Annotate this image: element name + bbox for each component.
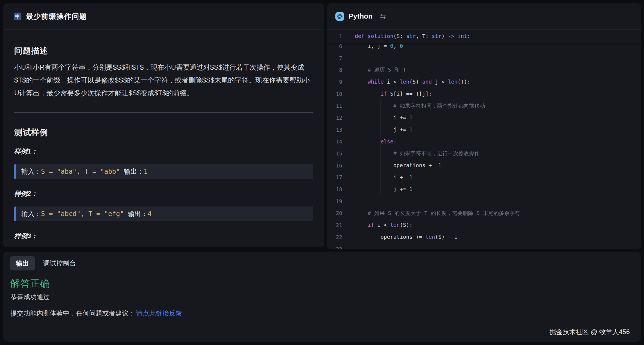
line-number: 19 bbox=[327, 198, 342, 204]
input-code: S = "abcd", T = "efg" bbox=[41, 210, 124, 218]
example-2-label: 样例2： bbox=[14, 189, 313, 198]
code-line[interactable]: 9 while i < len(S) and j < len(T): bbox=[327, 76, 641, 88]
feedback-text: 提交功能内测体验中，任何问题或者建议： bbox=[10, 309, 135, 317]
example-1-block: 输入：S = "aba", T = "abb" 输出：1 bbox=[14, 164, 313, 179]
code-line[interactable]: 17 i += 1 bbox=[327, 172, 641, 184]
output-value: 1 bbox=[144, 168, 147, 175]
editor-header: Python bbox=[327, 3, 641, 30]
code-line[interactable]: 14 else: bbox=[327, 136, 641, 148]
code-line[interactable]: 11 # 如果字符相同，两个指针都向前移动 bbox=[327, 100, 641, 112]
editor-panel: Python 6 i, j = 0, 078 # 遍历 S 和 T9 while… bbox=[327, 3, 641, 249]
tab-output[interactable]: 输出 bbox=[10, 256, 35, 270]
section-divider bbox=[14, 112, 313, 113]
examples-heading: 测试样例 bbox=[14, 127, 313, 138]
app: 中 最少前缀操作问题 问题描述 小U和小R有两个字符串，分别是$S$和$T$，现… bbox=[0, 0, 644, 345]
line-number: 20 bbox=[327, 210, 342, 216]
problem-title: 最少前缀操作问题 bbox=[26, 11, 87, 21]
line-number: 7 bbox=[327, 55, 342, 61]
description-text: 小U和小R有两个字符串，分别是$S$和$T$，现在小U需要通过对$S$进行若干次… bbox=[14, 61, 313, 99]
problem-content: 问题描述 小U和小R有两个字符串，分别是$S$和$T$，现在小U需要通过对$S$… bbox=[3, 45, 324, 240]
line-number: 18 bbox=[327, 186, 342, 192]
code-line[interactable]: 16 operations += 1 bbox=[327, 160, 641, 172]
code-line[interactable]: 7 bbox=[327, 52, 641, 64]
code-line[interactable]: 18 j += 1 bbox=[327, 183, 641, 195]
line-number: 15 bbox=[327, 151, 342, 157]
output-panel: 输出 调试控制台 解答正确 恭喜成功通过 提交功能内测体验中，任何问题或者建议：… bbox=[3, 252, 641, 342]
example-2-block: 输入：S = "abcd", T = "efg" 输出：4 bbox=[14, 207, 313, 221]
feedback-link[interactable]: 请点此链接反馈 bbox=[136, 309, 182, 317]
line-number: 13 bbox=[327, 127, 342, 133]
example-3-label: 样例3： bbox=[14, 232, 313, 240]
swap-language-icon[interactable] bbox=[379, 13, 387, 20]
code-line[interactable]: 15 # 如果字符不同，进行一次修改操作 bbox=[327, 148, 641, 160]
code-line[interactable]: 22 operations += len(S) - i bbox=[327, 231, 641, 243]
problem-header: 中 最少前缀操作问题 bbox=[3, 3, 324, 30]
line-number: 23 bbox=[327, 246, 342, 249]
feedback-row: 提交功能内测体验中，任何问题或者建议：请点此链接反馈 bbox=[10, 309, 182, 318]
language-label[interactable]: Python bbox=[349, 12, 373, 20]
community-credit: 掘金技术社区 @ 牧羊人456 bbox=[549, 328, 630, 336]
python-icon bbox=[335, 12, 344, 21]
code-line[interactable]: 10 if S[i] == T[j]: bbox=[327, 88, 641, 100]
line-number: 21 bbox=[327, 222, 342, 228]
code-line[interactable]: 19 bbox=[327, 195, 641, 207]
line-number: 6 bbox=[327, 43, 342, 49]
output-tabs: 输出 调试控制台 bbox=[10, 256, 76, 270]
line-number: 17 bbox=[327, 174, 342, 180]
code-editor[interactable]: 6 i, j = 0, 078 # 遍历 S 和 T9 while i < le… bbox=[327, 30, 641, 249]
line-number: 1 bbox=[327, 33, 342, 39]
line-number: 16 bbox=[327, 163, 342, 169]
line-number: 14 bbox=[327, 138, 342, 145]
difficulty-badge: 中 bbox=[14, 13, 21, 20]
line-number: 10 bbox=[327, 91, 342, 97]
code-line[interactable]: 12 i += 1 bbox=[327, 112, 641, 124]
problem-panel: 中 最少前缀操作问题 问题描述 小U和小R有两个字符串，分别是$S$和$T$，现… bbox=[3, 3, 324, 247]
example-1-label: 样例1： bbox=[14, 147, 313, 156]
line-number: 12 bbox=[327, 115, 342, 121]
line-number: 9 bbox=[327, 79, 342, 85]
code-line[interactable]: 8 # 遍历 S 和 T bbox=[327, 64, 641, 76]
output-value: 4 bbox=[148, 210, 151, 218]
input-label: 输入： bbox=[21, 167, 41, 176]
tab-debug-console[interactable]: 调试控制台 bbox=[43, 259, 76, 268]
code-lines[interactable]: 6 i, j = 0, 078 # 遍历 S 和 T9 while i < le… bbox=[327, 40, 641, 249]
code-line[interactable]: 1def solution(S: str, T: str) -> int: bbox=[327, 30, 641, 43]
code-line[interactable]: 21 if i < len(S): bbox=[327, 219, 641, 231]
code-line[interactable]: 13 j += 1 bbox=[327, 124, 641, 136]
code-line[interactable]: 23 bbox=[327, 243, 641, 249]
result-subtitle: 恭喜成功通过 bbox=[10, 293, 50, 301]
result-title: 解答正确 bbox=[10, 277, 50, 290]
output-label: 输出： bbox=[120, 167, 144, 176]
line-number: 8 bbox=[327, 67, 342, 73]
input-label: 输入： bbox=[21, 210, 41, 218]
line-number: 11 bbox=[327, 103, 342, 109]
line-number: 22 bbox=[327, 234, 342, 240]
code-line[interactable]: 20 # 如果 S 的长度大于 T 的长度，需要删除 S 末尾的多余字符 bbox=[327, 207, 641, 219]
output-label: 输出： bbox=[124, 210, 147, 218]
description-heading: 问题描述 bbox=[14, 45, 313, 57]
input-code: S = "aba", T = "abb" bbox=[41, 168, 120, 175]
sticky-code-line[interactable]: 1def solution(S: str, T: str) -> int: bbox=[327, 30, 641, 43]
